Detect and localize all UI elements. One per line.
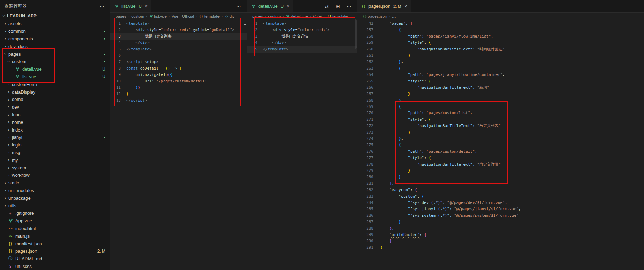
tree-item-assets[interactable]: ›assets	[0, 20, 110, 27]
tree-item-.gitignore[interactable]: ◆.gitignore	[0, 209, 110, 217]
tree-item-components[interactable]: ›components●	[0, 35, 110, 43]
code-line: 9 uni.navigateTo({	[110, 72, 247, 78]
line-number: 262	[357, 59, 373, 65]
tree-item-dev[interactable]: ›dev	[0, 103, 110, 111]
tree-item-index.html[interactable]: <>index.html	[0, 225, 110, 232]
line-number: 281	[357, 181, 373, 187]
tab-pages.json[interactable]: {}pages.json2, M×	[357, 0, 411, 12]
tree-item-detail.vue[interactable]: detail.vueU	[0, 65, 110, 73]
breadcrumb: pages›custom›list.vue›Vue - Official›{}t…	[110, 13, 247, 20]
tree-item-customForm[interactable]: ›customForm	[0, 80, 110, 88]
tab-bar: detail.vueU×⇄⊞⋯	[247, 0, 357, 13]
tree-item-home[interactable]: ›home	[0, 118, 110, 126]
breadcrumb-item[interactable]: pages	[252, 14, 263, 18]
line-number: 7	[110, 59, 121, 65]
code-line: 7<script setup>	[110, 59, 247, 65]
tree-item-static[interactable]: ›static	[0, 179, 110, 187]
tree-item-jianyi[interactable]: ›jianyi●	[0, 134, 110, 141]
tree-item-index[interactable]: ›index	[0, 126, 110, 134]
tree-item-func[interactable]: ›func	[0, 111, 110, 119]
line-number: 282	[357, 187, 373, 193]
tree-item-msg[interactable]: ›msg	[0, 149, 110, 157]
tree-item-custom[interactable]: ›custom●	[0, 58, 110, 65]
breadcrumb-item[interactable]: list.vue	[149, 14, 167, 19]
tree-item-App.vue[interactable]: App.vue	[0, 217, 110, 225]
breadcrumb-item[interactable]: …	[392, 14, 396, 18]
tab-list.vue[interactable]: list.vueU×	[110, 0, 151, 12]
tree-item-unpackage[interactable]: ›unpackage	[0, 194, 110, 202]
tree-item-demo[interactable]: ›demo	[0, 96, 110, 103]
close-icon[interactable]: ×	[287, 3, 289, 9]
tree-item-label: index.html	[15, 226, 36, 231]
tree-item-uni.scss[interactable]: Suni.scss	[0, 263, 110, 270]
tree-item-manifest.json[interactable]: {}manifest.json	[0, 240, 110, 247]
breadcrumb-item[interactable]: detail.vue	[286, 14, 308, 19]
editor-pane-detail-vue: detail.vueU×⇄⊞⋯pages›custom›detail.vue›V…	[247, 0, 358, 270]
breadcrumb-item[interactable]: custom	[131, 14, 144, 18]
code-editor[interactable]: 42 "pages": [257 {258 "path": "pages/jia…	[357, 20, 644, 251]
code-line: 262 },	[357, 59, 644, 65]
code-line: 281 ],	[357, 181, 644, 187]
breadcrumb-separator: ›	[265, 14, 266, 18]
code-line: 6	[110, 53, 247, 59]
code-line: 257 {	[357, 27, 644, 33]
tab-detail.vue[interactable]: detail.vueU×	[247, 0, 293, 12]
tree-item-pages.json[interactable]: {}pages.json2, M	[0, 247, 110, 255]
code-line: 42 "pages": [	[357, 21, 644, 27]
tree-item-common[interactable]: ›common●	[0, 27, 110, 35]
tree-item-label: jianyi	[12, 135, 22, 140]
code-editor[interactable]: 1<template>2 <div style="color: red;">3 …	[247, 20, 357, 53]
breadcrumb-item[interactable]: custom	[268, 14, 281, 18]
tree-item-uni_modules[interactable]: ›uni_modules	[0, 187, 110, 194]
code-line: 288 },	[357, 225, 644, 232]
tree-item-list.vue[interactable]: list.vueU	[0, 73, 110, 81]
tree-item-pages[interactable]: ›pages●	[0, 50, 110, 58]
close-icon[interactable]: ×	[145, 3, 148, 9]
tree-item-workflow[interactable]: ›workflow	[0, 172, 110, 179]
tree-item-label: list.vue	[22, 74, 36, 79]
code-line: 278 "navigationBarTitleText": "自定义详情"	[357, 161, 644, 168]
line-number: 4	[110, 40, 121, 46]
breadcrumb-item[interactable]: pages	[116, 14, 126, 18]
breadcrumb-item[interactable]: {}pages.json	[363, 14, 387, 19]
line-number: 1	[247, 21, 257, 27]
breadcrumb-item[interactable]: {}template	[199, 14, 220, 19]
breadcrumb-item[interactable]: Vue - Official	[172, 14, 194, 18]
code-line: 279 }	[357, 168, 644, 174]
split-icon[interactable]: ⊞	[335, 4, 341, 9]
tree-item-dataDisplay[interactable]: ›dataDisplay	[0, 88, 110, 96]
tree-item-utils[interactable]: ›utils	[0, 202, 110, 209]
tree-root-learun-app[interactable]: › LEARUN_APP	[0, 12, 110, 20]
tree-item-label: common	[8, 29, 26, 34]
html-icon: <>	[8, 226, 13, 231]
modified-dot: ●	[104, 136, 105, 139]
more-icon[interactable]: ⋯	[236, 4, 241, 9]
breadcrumb-item[interactable]: {}template	[327, 14, 348, 19]
line-number: 267	[357, 91, 373, 97]
line-number: 286	[357, 213, 373, 219]
tree-item-system[interactable]: ›system	[0, 164, 110, 172]
line-number: 279	[357, 168, 373, 174]
breadcrumb-item[interactable]: Vuter	[313, 14, 322, 18]
code-editor[interactable]: 1<template>2 <div style="color: red;" @c…	[110, 20, 247, 104]
breadcrumb-separator: ›	[168, 14, 170, 18]
tree-item-README.md[interactable]: ⓘREADME.md	[0, 255, 110, 263]
tree-item-my[interactable]: ›my	[0, 156, 110, 164]
editor-actions: ⋯	[236, 0, 247, 12]
line-number: 258	[357, 33, 373, 40]
tree-item-label: demo	[12, 97, 23, 102]
tree-item-login[interactable]: ›login	[0, 141, 110, 149]
close-icon[interactable]: ×	[404, 3, 407, 9]
more-icon[interactable]: ⋯	[346, 4, 352, 9]
vue-icon	[251, 4, 256, 9]
more-actions-icon[interactable]: ⋯	[99, 4, 105, 9]
tree-item-dev_docs[interactable]: ›dev_docs	[0, 42, 110, 50]
modified-dot: ●	[104, 37, 105, 40]
chevron-right-icon: ›	[3, 203, 8, 208]
tab-bar: list.vueU×⋯	[110, 0, 247, 13]
explorer-header: 资源管理器 ⋯	[0, 0, 110, 12]
tree-item-main.js[interactable]: JSmain.js	[0, 232, 110, 240]
breadcrumb-item[interactable]: ◇div	[224, 14, 235, 19]
scrollbar-thumb[interactable]	[355, 19, 357, 49]
compare-icon[interactable]: ⇄	[324, 4, 329, 9]
